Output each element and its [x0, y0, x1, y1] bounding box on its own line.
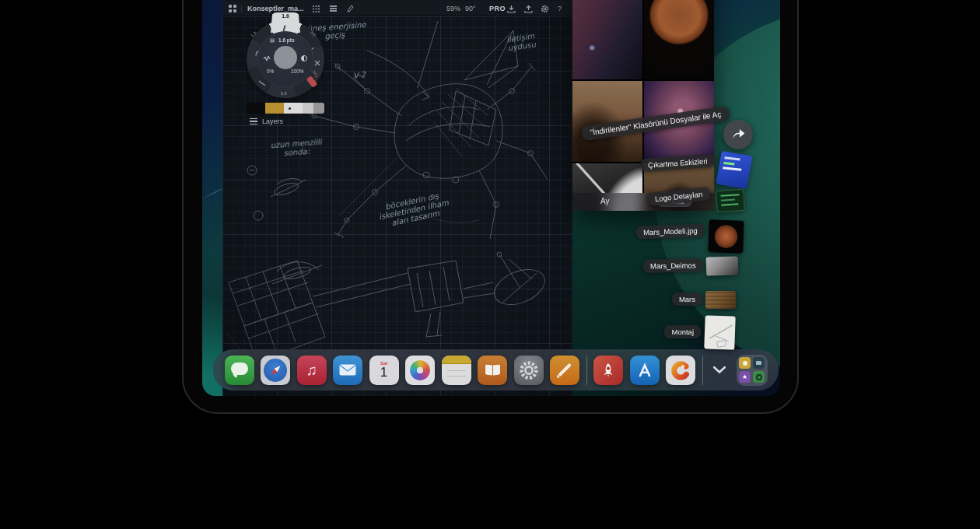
- settings-gear-icon[interactable]: [541, 1, 549, 16]
- sketch-shape: [716, 340, 726, 348]
- concepts-app-window: | Konseptler_ma... 59% 90° PRO: [222, 0, 572, 396]
- tool-wheel[interactable]: 1.6 1.3 3.5 14.5 6.9 ▤ 1.6 pts: [247, 20, 324, 98]
- notes-app-icon[interactable]: [442, 356, 471, 385]
- sticker-text-line: [721, 203, 738, 206]
- open-book: [485, 365, 500, 375]
- photos-panel: Ay Tümü: [572, 0, 714, 211]
- recent-apps-cluster[interactable]: ★: [737, 355, 768, 386]
- help-icon[interactable]: ?: [558, 1, 562, 16]
- chevron-down-icon: [713, 366, 726, 373]
- swatch-gray[interactable]: [313, 103, 324, 114]
- ipad-device: | Konseptler_ma... 59% 90° PRO: [182, 0, 799, 414]
- messages-app-icon[interactable]: [225, 356, 254, 385]
- color-swatch-bar: [247, 103, 324, 114]
- pro-badge[interactable]: PRO: [489, 1, 506, 16]
- notes-line: [447, 370, 466, 372]
- tool-wheel-center[interactable]: ▤ 1.6 pts 0% 100%: [257, 31, 313, 87]
- dock: ♫ Sal 1: [213, 349, 779, 391]
- swatch-light-gray[interactable]: [303, 103, 313, 114]
- notes-line: [447, 376, 466, 377]
- sticker-text-line: [724, 156, 740, 160]
- annotation-version: V-2: [352, 70, 366, 80]
- sticker-text-line: [723, 162, 734, 165]
- file-thumb-mars-model[interactable]: [708, 219, 744, 254]
- download-icon[interactable]: [507, 1, 516, 16]
- layers-menu-icon: [250, 118, 257, 124]
- settings-app-icon[interactable]: [514, 356, 544, 385]
- file-thumb-mars-deimos[interactable]: [706, 256, 739, 275]
- opacity-min: 0%: [267, 68, 274, 74]
- ipad-screen: | Konseptler_ma... 59% 90° PRO: [202, 0, 780, 396]
- share-button[interactable]: [723, 120, 753, 149]
- stroke-width-icon: ▤: [270, 37, 275, 44]
- opacity-max: 100%: [291, 68, 304, 74]
- gear-icon: [519, 360, 539, 380]
- drag-item-label[interactable]: Mars: [672, 293, 702, 306]
- mini-star-icon: ★: [739, 371, 751, 383]
- mini-tips-icon: [739, 357, 751, 369]
- drag-item-label[interactable]: Mars_Modeli.jpg: [636, 223, 705, 239]
- file-thumb-mars-sepia[interactable]: [705, 291, 736, 309]
- rocket-icon: [599, 361, 618, 380]
- drag-item-label[interactable]: Mars_Deimos: [643, 258, 703, 272]
- dots-grid-icon[interactable]: [313, 1, 320, 16]
- c-swirl: [670, 359, 691, 381]
- calendar-app-icon[interactable]: Sal 1: [369, 356, 399, 385]
- photo-mars-planet[interactable]: [644, 0, 714, 79]
- mail-app-icon[interactable]: [333, 356, 362, 385]
- album-title: Ay: [600, 197, 610, 205]
- file-thumb-montage[interactable]: [704, 315, 735, 349]
- swatch-gold[interactable]: [265, 103, 284, 114]
- export-icon[interactable]: [524, 1, 533, 16]
- sticker-thumb-green[interactable]: [716, 189, 745, 212]
- selected-color-dot: [289, 107, 291, 110]
- app-store-a: [636, 363, 653, 378]
- photo-nebula-horsehead[interactable]: [572, 0, 642, 79]
- smoothing-icon: [263, 54, 271, 62]
- rocket-app-icon[interactable]: [593, 356, 623, 385]
- swatch-white-selected[interactable]: [284, 103, 303, 114]
- sticker-thumb-blue[interactable]: [716, 151, 753, 189]
- dock-collapse-button[interactable]: [709, 356, 730, 385]
- layers-stack-icon[interactable]: [329, 1, 338, 16]
- toolbar-separator: |: [240, 1, 242, 16]
- sticker-text-line: [721, 199, 735, 201]
- books-app-icon[interactable]: [478, 356, 507, 385]
- dock-divider: [702, 356, 703, 385]
- zoom-level[interactable]: 59%: [446, 1, 460, 16]
- brush-size-value: 1.6 pts: [278, 37, 295, 43]
- dock-divider: [586, 356, 587, 385]
- layers-label: Layers: [262, 117, 283, 125]
- sticker-text-line: [723, 166, 741, 170]
- share-arrow-icon: [730, 128, 746, 142]
- tool-wheel-knob[interactable]: [274, 46, 297, 69]
- notes-header: [442, 356, 471, 364]
- layers-button[interactable]: Layers: [250, 117, 283, 125]
- sketch-line: [709, 325, 733, 339]
- workspace-grid-icon[interactable]: [229, 1, 236, 16]
- photos-flower: [410, 360, 430, 380]
- bubble-tail: [232, 372, 237, 377]
- app-store-icon[interactable]: [630, 356, 660, 385]
- c-app-icon[interactable]: [666, 356, 695, 385]
- mini-timer-icon: [753, 371, 765, 383]
- opacity-icon: [301, 55, 307, 61]
- calendar-day: 1: [380, 366, 387, 379]
- safari-app-icon[interactable]: [261, 356, 290, 385]
- rotation-value[interactable]: 90°: [465, 1, 476, 16]
- pen-tool-icon[interactable]: [346, 1, 354, 16]
- pen-body: [558, 363, 572, 377]
- swatch-black[interactable]: [247, 103, 265, 114]
- photos-app-icon[interactable]: [405, 356, 435, 385]
- envelope-icon: [339, 364, 356, 376]
- mini-camera-icon: [753, 357, 765, 369]
- sticker-text-line: [720, 194, 739, 197]
- drag-item-label[interactable]: Montaj: [664, 325, 701, 338]
- music-app-icon[interactable]: ♫: [297, 356, 327, 385]
- drawing-app-icon[interactable]: [550, 356, 579, 385]
